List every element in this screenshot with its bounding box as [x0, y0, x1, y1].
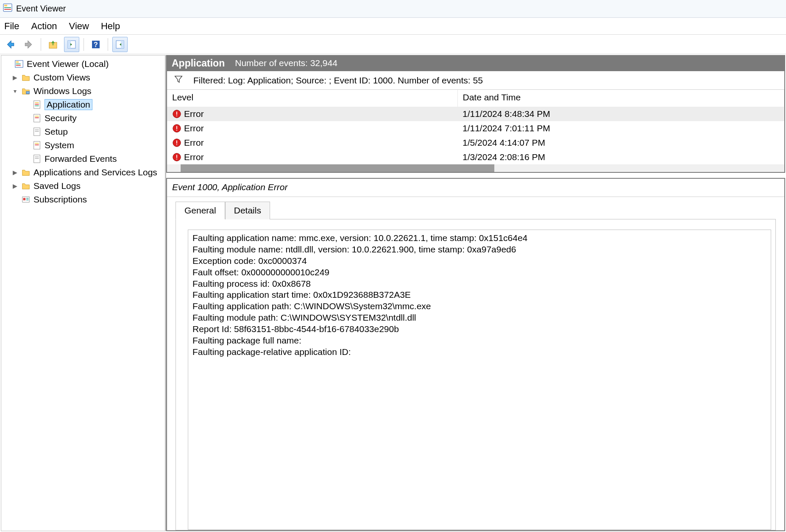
svg-rect-14	[16, 65, 21, 66]
window-title: Event Viewer	[16, 4, 66, 14]
tree-custom-views[interactable]: ▶ Custom Views	[1, 71, 165, 84]
column-level[interactable]: Level	[167, 90, 457, 107]
svg-text:?: ?	[94, 41, 98, 48]
svg-rect-30	[35, 157, 39, 158]
menubar: File Action View Help	[0, 18, 786, 35]
toolbar-separator	[41, 38, 41, 51]
tree-label: Subscriptions	[33, 194, 87, 205]
log-name: Application	[172, 58, 225, 69]
detail-text[interactable]: Faulting application name: mmc.exe, vers…	[188, 230, 771, 530]
tree-security[interactable]: Security	[1, 111, 165, 125]
show-actions-button[interactable]	[112, 37, 128, 52]
detail-body: Faulting application name: mmc.exe, vers…	[176, 219, 776, 530]
level-text: Error	[184, 152, 204, 162]
tree-windows-logs[interactable]: ▾ Windows Logs	[1, 84, 165, 98]
level-text: Error	[184, 123, 204, 133]
tree-panel[interactable]: Event Viewer (Local) ▶ Custom Views ▾ Wi…	[1, 55, 166, 531]
error-icon	[172, 152, 181, 162]
tree-apps-services[interactable]: ▶ Applications and Services Logs	[1, 166, 165, 179]
svg-rect-17	[35, 103, 39, 103]
datetime-text: 1/3/2024 2:08:16 PM	[457, 150, 784, 164]
svg-rect-15	[26, 91, 29, 94]
toolbar: ?	[0, 35, 786, 54]
filter-icon	[174, 75, 183, 86]
horizontal-scrollbar[interactable]	[167, 164, 784, 172]
svg-rect-34	[26, 198, 28, 199]
menu-file[interactable]: File	[4, 21, 19, 32]
expand-icon[interactable]: ▶	[11, 74, 18, 81]
log-icon	[32, 113, 42, 123]
svg-rect-3	[4, 9, 11, 10]
tree-label: Application	[45, 99, 92, 110]
menu-action[interactable]: Action	[31, 21, 57, 32]
detail-tabs: General Details	[176, 201, 784, 219]
tree-label: Saved Logs	[33, 181, 81, 191]
datetime-text: 1/11/2024 7:01:11 PM	[457, 121, 784, 136]
svg-rect-1	[4, 5, 7, 6]
tree-forwarded[interactable]: Forwarded Events	[1, 152, 165, 166]
table-row[interactable]: Error1/11/2024 8:48:34 PM	[167, 107, 784, 121]
tree-application[interactable]: Application	[1, 98, 165, 111]
tab-general[interactable]: General	[176, 202, 225, 219]
event-table[interactable]: Level Date and Time Error1/11/2024 8:48:…	[167, 90, 784, 164]
detail-title: Event 1000, Application Error	[167, 179, 784, 197]
tree-setup[interactable]: Setup	[1, 125, 165, 139]
level-text: Error	[184, 138, 204, 148]
help-button[interactable]: ?	[88, 37, 103, 52]
tree-label: Windows Logs	[33, 86, 92, 96]
datetime-text: 1/11/2024 8:48:34 PM	[457, 107, 784, 121]
titlebar: Event Viewer	[0, 0, 786, 18]
svg-rect-37	[176, 112, 177, 115]
svg-rect-19	[35, 105, 39, 106]
tree-label: System	[45, 140, 74, 150]
event-count: Number of events: 32,944	[235, 58, 337, 68]
datetime-text: 1/5/2024 4:14:07 PM	[457, 136, 784, 150]
back-button[interactable]	[3, 37, 18, 52]
toolbar-separator	[84, 38, 84, 51]
svg-rect-21	[35, 116, 39, 117]
table-row[interactable]: Error1/11/2024 7:01:11 PM	[167, 121, 784, 136]
column-datetime[interactable]: Date and Time	[457, 90, 784, 107]
error-icon	[172, 109, 181, 119]
tree-root[interactable]: Event Viewer (Local)	[1, 57, 165, 71]
tab-details[interactable]: Details	[225, 202, 270, 219]
svg-rect-33	[23, 198, 26, 200]
svg-rect-18	[35, 104, 39, 105]
log-icon	[32, 154, 42, 164]
table-row[interactable]: Error1/5/2024 4:14:07 PM	[167, 136, 784, 150]
tree-subscriptions[interactable]: Subscriptions	[1, 193, 165, 206]
svg-rect-38	[176, 116, 177, 116]
scrollbar-thumb[interactable]	[181, 164, 494, 172]
expand-icon[interactable]: ▶	[11, 183, 18, 189]
svg-rect-13	[16, 64, 21, 64]
tree-saved-logs[interactable]: ▶ Saved Logs	[1, 179, 165, 193]
show-tree-button[interactable]	[64, 37, 79, 52]
toolbar-separator	[108, 38, 108, 51]
tree-label: Setup	[45, 127, 68, 137]
folder-icon	[21, 86, 31, 96]
forward-button[interactable]	[21, 37, 36, 52]
table-row[interactable]: Error1/3/2024 2:08:16 PM	[167, 150, 784, 164]
event-list-panel: Filtered: Log: Application; Source: ; Ev…	[166, 71, 785, 173]
svg-rect-46	[176, 155, 177, 158]
svg-rect-24	[35, 130, 39, 130]
tree-label: Forwarded Events	[45, 154, 117, 164]
collapse-icon[interactable]: ▾	[11, 88, 18, 94]
svg-rect-10	[121, 41, 124, 48]
svg-rect-43	[176, 141, 177, 144]
main-split: Event Viewer (Local) ▶ Custom Views ▾ Wi…	[0, 54, 786, 532]
detail-panel: Event 1000, Application Error General De…	[166, 178, 785, 531]
menu-view[interactable]: View	[69, 21, 89, 32]
tree-label: Custom Views	[33, 72, 90, 83]
log-icon	[32, 140, 42, 150]
tree-system[interactable]: System	[1, 139, 165, 152]
up-button[interactable]	[45, 37, 61, 52]
folder-icon	[21, 181, 31, 191]
svg-rect-6	[68, 41, 71, 48]
svg-rect-27	[35, 143, 39, 144]
log-icon	[32, 127, 42, 137]
svg-rect-41	[176, 130, 177, 131]
expand-icon[interactable]: ▶	[11, 169, 18, 176]
error-icon	[172, 124, 181, 133]
menu-help[interactable]: Help	[101, 21, 120, 32]
